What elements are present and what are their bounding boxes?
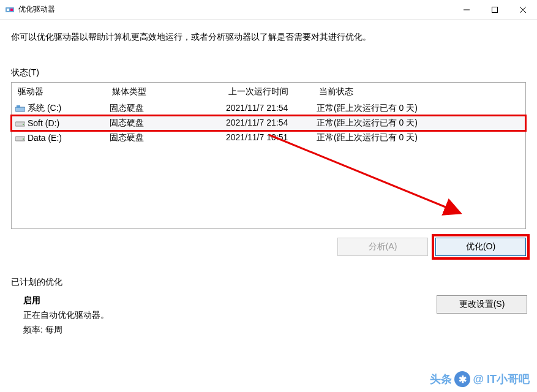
drive-status: 正常(距上次运行已有 0 天) (317, 132, 525, 143)
drive-hdd-icon (15, 134, 25, 141)
col-last-run[interactable]: 上一次运行时间 (228, 86, 319, 97)
drive-media: 固态硬盘 (110, 103, 226, 114)
svg-rect-4 (492, 7, 498, 12)
drive-media: 固态硬盘 (110, 132, 226, 143)
description-text: 你可以优化驱动器以帮助计算机更高效地运行，或者分析驱动器以了解是否需要对其进行优… (11, 32, 526, 43)
drive-hdd-icon (15, 119, 25, 127)
watermark-suffix: @ IT小哥吧 (473, 372, 530, 386)
svg-rect-1 (7, 9, 9, 11)
watermark-prefix: 头条 (430, 372, 452, 386)
scheduled-freq: 频率: 每周 (23, 325, 424, 336)
change-settings-button[interactable]: 更改设置(S) (437, 295, 527, 314)
drive-status: 正常(距上次运行已有 0 天) (317, 118, 525, 129)
drive-name: Data (E:) (28, 133, 62, 143)
drive-system-icon (15, 105, 25, 112)
window-title: 优化驱动器 (18, 4, 453, 15)
drive-last: 2021/11/7 10:51 (226, 132, 317, 143)
scheduled-enabled-label: 启用 (23, 295, 424, 306)
svg-point-10 (23, 124, 24, 125)
window-controls (453, 0, 537, 20)
col-status[interactable]: 当前状态 (319, 86, 523, 97)
analyze-button[interactable]: 分析(A) (337, 238, 428, 256)
drive-name: Soft (D:) (28, 118, 59, 128)
svg-rect-8 (17, 105, 20, 108)
drive-row-e[interactable]: Data (E:) 固态硬盘 2021/11/7 10:51 正常(距上次运行已… (12, 130, 525, 145)
drive-list-header: 驱动器 媒体类型 上一次运行时间 当前状态 (12, 83, 525, 101)
col-drive[interactable]: 驱动器 (14, 86, 112, 97)
col-media[interactable]: 媒体类型 (112, 86, 228, 97)
watermark: 头条 ✱ @ IT小哥吧 (430, 371, 530, 387)
drive-status: 正常(距上次运行已有 0 天) (317, 103, 525, 114)
svg-point-12 (23, 138, 24, 140)
drive-name: 系统 (C:) (28, 103, 61, 114)
scheduled-desc: 正在自动优化驱动器。 (23, 310, 424, 321)
svg-rect-2 (10, 9, 13, 11)
minimize-button[interactable] (453, 0, 481, 20)
drive-list-panel: 驱动器 媒体类型 上一次运行时间 当前状态 系统 (C:) 固态硬盘 2021/… (11, 82, 526, 229)
drive-media: 固态硬盘 (110, 118, 226, 129)
optimize-button[interactable]: 优化(O) (435, 238, 526, 256)
drive-last: 2021/11/7 21:54 (226, 103, 317, 114)
drive-last: 2021/11/7 21:54 (226, 118, 317, 129)
window-titlebar: 优化驱动器 (0, 0, 537, 20)
svg-rect-7 (15, 107, 25, 111)
scheduled-section-label: 已计划的优化 (11, 277, 526, 288)
drive-row-c[interactable]: 系统 (C:) 固态硬盘 2021/11/7 21:54 正常(距上次运行已有 … (12, 101, 525, 116)
watermark-badge-icon: ✱ (454, 371, 470, 387)
close-button[interactable] (509, 0, 537, 20)
action-button-row: 分析(A) 优化(O) (11, 238, 526, 256)
drive-row-d[interactable]: Soft (D:) 固态硬盘 2021/11/7 21:54 正常(距上次运行已… (12, 116, 525, 130)
maximize-button[interactable] (481, 0, 509, 20)
status-section-label: 状态(T) (11, 67, 526, 78)
app-icon (5, 5, 15, 15)
